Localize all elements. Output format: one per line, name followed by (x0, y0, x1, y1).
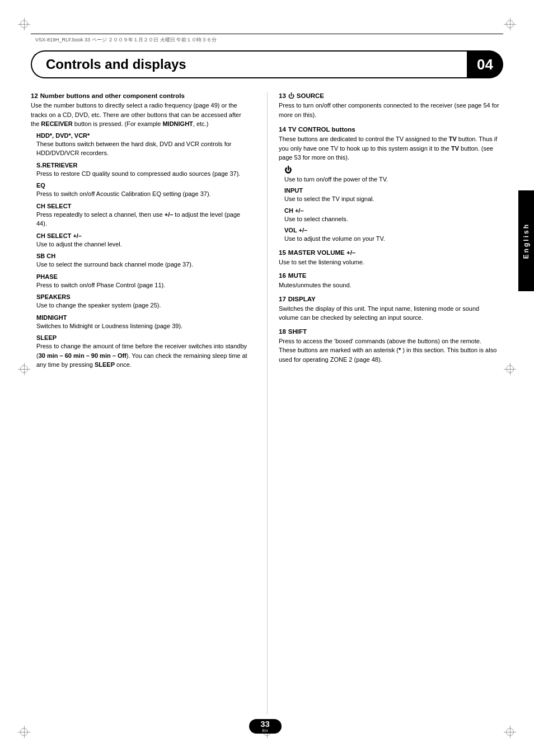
subsection-tv-vol-body: Use to adjust the volume on your TV. (284, 234, 499, 244)
subsection-sretriever: S.RETRIEVER Press to restore CD quality … (31, 162, 251, 179)
reg-mark-middle-right (504, 363, 516, 375)
section-15-title: MASTER VOLUME +/– (288, 249, 355, 256)
subsection-eq-title: EQ (36, 182, 251, 189)
subsection-sleep-title: SLEEP (36, 334, 251, 341)
section-18-body: Press to access the 'boxed' commands (ab… (279, 337, 499, 365)
section-12-body: Use the number buttons to directly selec… (31, 101, 251, 129)
subsection-tv-power-body: Use to turn on/off the power of the TV. (284, 175, 499, 184)
section-17-header: 17 DISPLAY (279, 296, 499, 302)
section-12-title: Number buttons and other component contr… (40, 92, 185, 99)
footer: 33 En (31, 719, 499, 734)
subsection-eq-body: Press to switch on/off Acoustic Calibrat… (36, 189, 251, 199)
subsection-speakers-title: SPEAKERS (36, 293, 251, 300)
section-12-header: 12 Number buttons and other component co… (31, 92, 251, 99)
subsection-chselect-title: CH SELECT (36, 203, 251, 209)
section-18-header: 18 SHIFT (279, 328, 499, 335)
subsection-sbch: SB CH Use to select the surround back ch… (31, 253, 251, 269)
subsection-hdd: HDD*, DVD*, VCR* These buttons switch be… (31, 132, 251, 158)
section-16: 16 MUTE Mutes/unmutes the sound. (279, 272, 499, 290)
subsection-chselect-pm-title: CH SELECT +/– (36, 232, 251, 239)
subsection-chselect-body: Press repeatedly to select a channel, th… (36, 210, 251, 228)
header-bar: VSX-819H_RLF.book 33 ページ ２００９年１月２０日 火曜日 … (31, 34, 503, 46)
subsection-tv-vol: VOL +/– Use to adjust the volume on your… (279, 227, 499, 244)
section-17-number: 17 (279, 296, 286, 302)
subsection-tv-ch-body: Use to select channels. (284, 214, 499, 224)
subsection-tv-power-icon: ⏻ (284, 166, 499, 174)
subsection-hdd-title: HDD*, DVD*, VCR* (36, 132, 251, 139)
side-tab: English (518, 190, 534, 291)
subsection-sleep: SLEEP Press to change the amount of time… (31, 334, 251, 370)
subsection-sbch-body: Use to select the surround back channel … (36, 260, 251, 269)
power-icon: ⏻ (288, 92, 294, 99)
reg-mark-bottom-left (18, 726, 30, 738)
subsection-tv-input-title: INPUT (284, 187, 499, 194)
right-column: 13 ⏻ SOURCE Press to turn on/off other c… (273, 92, 499, 714)
section-14-title: TV CONTROL buttons (288, 126, 355, 133)
section-17-title: DISPLAY (288, 296, 316, 302)
subsection-hdd-body: These buttons switch between the hard di… (36, 139, 251, 158)
chapter-box: 04 (467, 50, 503, 78)
reg-mark-top-right (504, 18, 516, 30)
subsection-speakers: SPEAKERS Use to change the speaker syste… (31, 293, 251, 310)
subsection-sretriever-title: S.RETRIEVER (36, 162, 251, 169)
section-14-header: 14 TV CONTROL buttons (279, 126, 499, 133)
subsection-eq: EQ Press to switch on/off Acoustic Calib… (31, 182, 251, 199)
page-number: 33 (260, 720, 270, 729)
subsection-tv-ch: CH +/– Use to select channels. (279, 207, 499, 224)
subsection-tv-vol-title: VOL +/– (284, 227, 499, 234)
page-number-box: 33 En (249, 719, 282, 734)
subsection-phase-body: Press to switch on/off Phase Control (pa… (36, 281, 251, 290)
subsection-midnight-title: MIDNIGHT (36, 314, 251, 321)
section-16-number: 16 (279, 272, 286, 279)
section-13-number: 13 (279, 92, 286, 99)
section-18: 18 SHIFT Press to access the 'boxed' com… (279, 328, 499, 365)
section-15-header: 15 MASTER VOLUME +/– (279, 249, 499, 256)
side-tab-label: English (522, 223, 530, 259)
section-13: 13 ⏻ SOURCE Press to turn on/off other c… (279, 92, 499, 119)
content-area: 12 Number buttons and other component co… (31, 92, 499, 714)
subsection-phase-title: PHASE (36, 273, 251, 280)
file-info: VSX-819H_RLF.book 33 ページ ２００９年１月２０日 火曜日 … (31, 34, 503, 46)
section-13-header: 13 ⏻ SOURCE (279, 92, 499, 99)
subsection-midnight: MIDNIGHT Switches to Midnight or Loudnes… (31, 314, 251, 331)
subsection-sbch-title: SB CH (36, 253, 251, 259)
section-17-body: Switches the display of this unit. The i… (279, 304, 499, 323)
page-lang: En (263, 729, 268, 733)
section-18-title: SHIFT (288, 328, 307, 335)
section-15-body: Use to set the listening volume. (279, 258, 499, 267)
title-section: Controls and displays 04 (31, 50, 503, 78)
reg-mark-bottom-right (504, 726, 516, 738)
reg-mark-middle-left (18, 363, 30, 375)
subsection-chselect: CH SELECT Press repeatedly to select a c… (31, 203, 251, 228)
section-16-title: MUTE (288, 272, 307, 279)
subsection-chselect-pm: CH SELECT +/– Use to adjust the channel … (31, 232, 251, 249)
subsection-sretriever-body: Press to restore CD quality sound to com… (36, 169, 251, 179)
reg-mark-top-left (18, 18, 30, 30)
subsection-midnight-body: Switches to Midnight or Loudness listeni… (36, 321, 251, 331)
section-15-number: 15 (279, 249, 286, 256)
title-box: Controls and displays (31, 50, 467, 78)
subsection-speakers-body: Use to change the speaker system (page 2… (36, 301, 251, 310)
section-14: 14 TV CONTROL buttons These buttons are … (279, 126, 499, 244)
section-15: 15 MASTER VOLUME +/– Use to set the list… (279, 249, 499, 267)
subsection-tv-input-body: Use to select the TV input signal. (284, 194, 499, 204)
page-title: Controls and displays (46, 57, 186, 72)
section-18-number: 18 (279, 328, 286, 335)
subsection-tv-power: ⏻ Use to turn on/off the power of the TV… (279, 166, 499, 184)
section-14-number: 14 (279, 126, 286, 133)
section-16-header: 16 MUTE (279, 272, 499, 279)
subsection-tv-ch-title: CH +/– (284, 207, 499, 214)
chapter-number: 04 (477, 56, 493, 73)
subsection-phase: PHASE Press to switch on/off Phase Contr… (31, 273, 251, 290)
section-12: 12 Number buttons and other component co… (31, 92, 251, 129)
section-13-body: Press to turn on/off other components co… (279, 101, 499, 119)
subsection-chselect-pm-body: Use to adjust the channel level. (36, 240, 251, 249)
section-12-number: 12 (31, 92, 38, 99)
section-14-body: These buttons are dedicated to control t… (279, 134, 499, 162)
subsection-sleep-body: Press to change the amount of time befor… (36, 342, 251, 370)
section-16-body: Mutes/unmutes the sound. (279, 281, 499, 290)
subsection-tv-input: INPUT Use to select the TV input signal. (279, 187, 499, 204)
section-13-title: SOURCE (297, 92, 324, 99)
column-divider (267, 92, 268, 714)
left-column: 12 Number buttons and other component co… (31, 92, 261, 714)
